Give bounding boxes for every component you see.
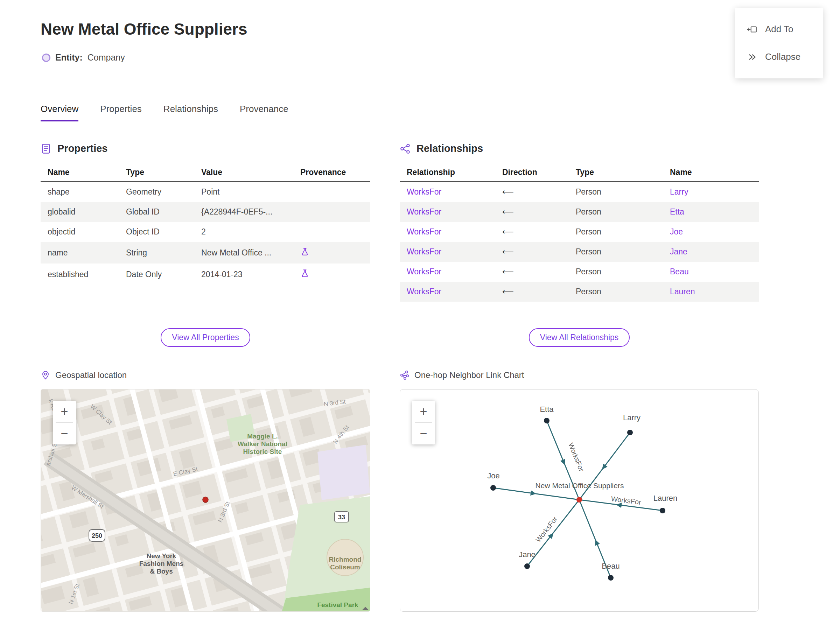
link-chart-section-title: One-hop Neighbor Link Chart [414,370,524,380]
node-etta[interactable] [544,418,549,423]
arrowhead [560,459,567,466]
tab-provenance[interactable]: Provenance [240,103,288,121]
link-chart-icon [400,370,409,380]
provenance-flask-icon[interactable] [300,247,309,256]
map-zoom-in-button[interactable]: + [53,401,76,422]
view-all-relationships-wrap: View All Relationships [400,328,759,347]
relationship-link[interactable]: WorksFor [407,247,441,256]
direction-arrow: ⟵ [495,242,569,262]
tab-overview[interactable]: Overview [41,103,78,121]
related-entity-link[interactable]: Joe [670,227,683,236]
node-jane[interactable] [524,563,530,569]
map-zoom-out-button[interactable]: − [53,423,76,444]
view-all-properties-wrap: View All Properties [41,328,370,347]
relationships-header-row: Relationship Direction Type Name [400,164,759,182]
relationship-link[interactable]: WorksFor [407,207,441,216]
property-provenance-cell [293,264,370,285]
link-chart-section: One-hop Neighbor Link Chart [400,370,760,612]
relationship-type: Person [569,262,663,282]
relationship-link[interactable]: WorksFor [407,227,441,236]
property-type: Geometry [119,182,194,202]
node-label-joe: Joe [487,471,500,480]
property-row: name String New Metal Office ... [41,242,370,264]
relationships-table: Relationship Direction Type Name WorksFo… [400,164,759,302]
poi-area [317,445,370,500]
map-svg: k Rd W Clay St N 3rd St N 4th St E Clay … [41,389,370,612]
node-lauren[interactable] [660,508,665,513]
property-row: objectid Object ID 2 [41,222,370,242]
relationship-link[interactable]: WorksFor [407,187,441,196]
property-name: objectid [41,222,119,242]
direction-arrow: ⟵ [495,182,569,202]
chart-zoom-out-button[interactable]: − [412,423,435,444]
arrowhead [593,539,600,545]
properties-section-header: Properties [41,143,370,154]
relationships-section: Relationships Relationship Direction Typ… [400,143,759,302]
node-larry[interactable] [627,430,633,436]
direction-arrow: ⟵ [495,222,569,242]
property-name: established [41,264,119,285]
tab-relationships[interactable]: Relationships [164,103,218,121]
poi-label-ny-fashion: Fashion Mens [139,560,184,567]
col-rel-name: Name [663,164,759,182]
node-label-beau: Beau [601,562,619,571]
col-relationship: Relationship [400,164,495,182]
property-name: globalid [41,202,119,222]
poi-label-coliseum: Coliseum [330,563,360,571]
related-entity-link[interactable]: Lauren [670,287,695,296]
relationship-type: Person [569,202,663,222]
node-center[interactable] [576,497,582,502]
relationship-row: WorksFor ⟵ Person Joe [400,222,759,242]
relationship-row: WorksFor ⟵ Person Lauren [400,282,759,302]
poi-label-walker: Maggie L. [247,432,278,440]
relationship-link[interactable]: WorksFor [407,267,441,276]
chart-zoom-in-button[interactable]: + [412,401,435,422]
node-label-lauren: Lauren [654,494,678,502]
relationship-row: WorksFor ⟵ Person Etta [400,202,759,222]
relationship-type: Person [569,222,663,242]
property-value: New Metal Office ... [194,242,293,264]
node-beau[interactable] [608,575,614,580]
property-row: shape Geometry Point [41,182,370,202]
property-value: 2014-01-23 [194,264,293,285]
relationship-type: Person [569,242,663,262]
properties-icon [41,143,52,154]
property-row: globalid Global ID {A228944F-0EF5-... [41,202,370,222]
link-chart-canvas[interactable]: WorksFor WorksFor WorksFor Etta [400,389,759,612]
view-all-properties-button[interactable]: View All Properties [161,328,250,347]
poi-label-coliseum: Richmond [329,556,361,563]
relationships-icon [400,143,411,154]
property-type: Object ID [119,222,194,242]
related-entity-link[interactable]: Larry [670,187,688,196]
related-entity-link[interactable]: Jane [670,247,687,256]
relationships-section-title: Relationships [417,143,483,154]
col-type: Type [119,164,194,182]
property-provenance-cell [293,202,370,222]
view-all-relationships-button[interactable]: View All Relationships [529,328,630,347]
tab-bar: Overview Properties Relationships Proven… [41,103,288,121]
edge-label: WorksFor [534,515,559,544]
map-canvas[interactable]: k Rd W Clay St N 3rd St N 4th St E Clay … [41,389,370,612]
collapse-button[interactable]: Collapse [735,43,823,71]
relationship-link[interactable]: WorksFor [407,287,441,296]
map-zoom-controls: + − [53,401,76,444]
provenance-flask-icon[interactable] [300,269,309,278]
entity-type-value: Company [88,52,125,63]
location-marker[interactable] [203,497,208,502]
collapse-label: Collapse [765,51,800,62]
related-entity-link[interactable]: Beau [670,267,689,276]
entity-label: Entity: [55,52,83,63]
related-entity-link[interactable]: Etta [670,207,684,216]
map-attribution-toggle[interactable] [362,604,369,610]
tab-properties[interactable]: Properties [100,103,142,121]
node-joe[interactable] [490,485,496,491]
property-provenance-cell [293,182,370,202]
property-type: Global ID [119,202,194,222]
link-chart-section-header: One-hop Neighbor Link Chart [400,370,760,380]
add-to-button[interactable]: Add To [735,15,823,43]
properties-section: Properties Name Type Value Provenance sh… [41,143,370,285]
poi-label-festival-park: Festival Park [317,601,358,609]
poi-label-walker: Walker National [238,440,287,448]
chart-zoom-controls: + − [412,401,435,444]
add-to-icon [747,24,757,35]
